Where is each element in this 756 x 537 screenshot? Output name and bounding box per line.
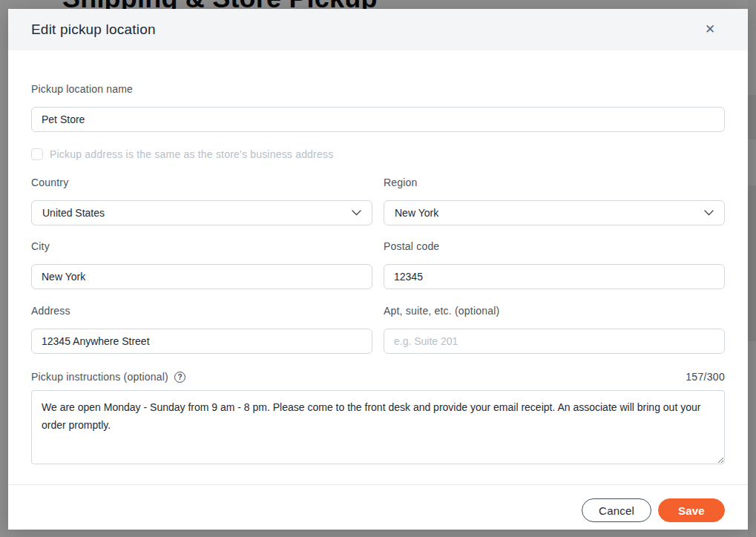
region-select[interactable]: New York — [384, 200, 725, 225]
country-value: United States — [42, 207, 105, 219]
pickup-location-name-input[interactable] — [31, 107, 725, 132]
country-select[interactable]: United States — [31, 200, 372, 225]
apt-suite-field: Apt, suite, etc. (optional) — [384, 303, 725, 354]
same-address-label: Pickup address is the same as the store'… — [50, 148, 333, 160]
region-value: New York — [395, 207, 438, 219]
page-scrollbar-shade — [748, 95, 756, 139]
char-counter: 157/300 — [686, 371, 725, 383]
country-label: Country — [31, 175, 372, 190]
dialog-body: Pickup location name Pickup address is t… — [8, 50, 748, 464]
edit-pickup-location-dialog: Edit pickup location ✕ Pickup location n… — [8, 9, 748, 530]
postal-code-label: Postal code — [384, 239, 725, 254]
city-input[interactable] — [31, 264, 372, 289]
chevron-down-icon — [704, 210, 714, 216]
region-label: Region — [384, 175, 725, 190]
same-address-checkbox[interactable] — [31, 148, 43, 160]
same-address-row: Pickup address is the same as the store'… — [31, 148, 725, 160]
pickup-instructions-label: Pickup instructions (optional) — [31, 371, 168, 383]
pickup-location-name-label: Pickup location name — [31, 82, 725, 96]
close-icon[interactable]: ✕ — [701, 21, 719, 39]
city-label: City — [31, 239, 372, 254]
dialog-footer: Cancel Save — [8, 464, 748, 530]
address-field: Address — [31, 303, 372, 354]
page-scrollbar-shade — [748, 185, 756, 341]
pickup-instructions-textarea[interactable]: We are open Monday - Sunday from 9 am - … — [31, 390, 725, 464]
apt-suite-label: Apt, suite, etc. (optional) — [384, 303, 725, 318]
dialog-title: Edit pickup location — [31, 22, 156, 38]
chevron-down-icon — [352, 210, 361, 216]
dialog-header: Edit pickup location ✕ — [8, 9, 748, 50]
save-button[interactable]: Save — [658, 498, 725, 522]
page-scrollbar[interactable] — [748, 0, 756, 537]
city-field: City — [31, 239, 372, 289]
help-icon[interactable]: ? — [174, 372, 185, 383]
address-input[interactable] — [31, 329, 372, 354]
instructions-header-row: Pickup instructions (optional) ? 157/300 — [31, 369, 725, 384]
apt-suite-input[interactable] — [384, 329, 725, 354]
country-field: Country United States — [31, 175, 372, 225]
postal-code-input[interactable] — [384, 264, 725, 289]
address-label: Address — [31, 303, 372, 318]
region-field: Region New York — [384, 175, 725, 225]
postal-code-field: Postal code — [384, 239, 725, 289]
cancel-button[interactable]: Cancel — [582, 498, 651, 522]
